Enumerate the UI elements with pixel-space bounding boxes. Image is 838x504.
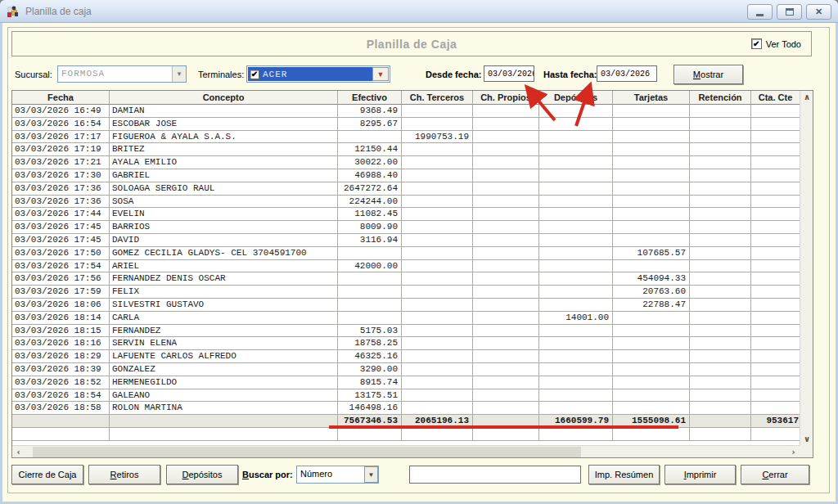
cell xyxy=(690,118,751,131)
page-title: Planilla de Caja xyxy=(12,38,811,51)
cell xyxy=(402,428,473,441)
cell xyxy=(473,428,539,441)
cell xyxy=(613,337,690,350)
cell: Fecha xyxy=(12,91,110,105)
table-row[interactable]: 03/03/2026 17:50GOMEZ CECILIA GLADYS- CE… xyxy=(12,247,800,260)
table-row[interactable]: 03/03/2026 18:16SERVIN ELENA18758.25 xyxy=(12,337,800,350)
cell xyxy=(402,118,473,131)
mostrar-button[interactable]: Mostrar xyxy=(674,65,743,84)
scroll-down-icon[interactable]: ∨ xyxy=(800,433,813,445)
cell xyxy=(473,415,539,428)
imp-resumen-button[interactable]: Imp. Resúmen xyxy=(588,465,660,484)
table-row[interactable]: 03/03/2026 17:19BRITEZ12150.44 xyxy=(12,143,800,156)
cell: 5175.03 xyxy=(338,325,402,338)
table-row[interactable]: 03/03/2026 16:54ESCOBAR JOSE8295.67 xyxy=(12,118,800,131)
cell xyxy=(539,182,613,196)
vertical-scrollbar[interactable]: ∧ ∨ xyxy=(800,91,813,445)
table-row[interactable]: 03/03/2026 17:30GABRIEL46988.40 xyxy=(12,169,800,182)
window-title: Planilla de caja xyxy=(25,6,92,17)
table-row[interactable]: 03/03/2026 18:39GONZALEZ3290.00 xyxy=(12,363,800,376)
cell xyxy=(690,402,751,415)
cell xyxy=(751,208,800,221)
header-panel: Planilla de Caja ✔ Ver Todo xyxy=(11,31,812,56)
cell: 03/03/2026 18:52 xyxy=(12,376,110,389)
table-row[interactable]: 03/03/2026 18:29LAFUENTE CARLOS ALFREDO4… xyxy=(12,350,800,363)
table-row[interactable]: 03/03/2026 18:54GALEANO13175.51 xyxy=(12,389,800,403)
scroll-left-icon[interactable]: ‹ xyxy=(12,446,25,458)
search-input[interactable] xyxy=(409,466,581,484)
cell xyxy=(539,325,613,338)
cell xyxy=(539,260,613,273)
horizontal-scrollbar[interactable]: ‹ › xyxy=(12,445,800,457)
table-row[interactable]: 03/03/2026 18:52HERMENEGILDO8915.74 xyxy=(12,376,800,389)
table-row[interactable]: 03/03/2026 17:21AYALA EMILIO30022.00 xyxy=(12,156,800,169)
cell xyxy=(751,169,800,182)
desde-fecha-input[interactable]: 03/03/2026 xyxy=(484,65,534,82)
table-row[interactable]: 03/03/2026 18:15FERNANDEZ5175.03 xyxy=(12,325,800,338)
maximize-button[interactable] xyxy=(777,4,802,20)
table-row[interactable]: 03/03/2026 17:56FERNANDEZ DENIS OSCAR454… xyxy=(12,272,800,286)
table-row[interactable]: 03/03/2026 17:45BARRIOS8009.90 xyxy=(12,221,800,234)
table-row[interactable]: 03/03/2026 17:36SOSA224244.00 xyxy=(12,196,800,209)
cell: 03/03/2026 17:17 xyxy=(12,131,110,144)
minimize-button[interactable] xyxy=(747,4,773,20)
cell: LAFUENTE CARLOS ALFREDO xyxy=(110,350,338,363)
cell xyxy=(473,312,539,325)
cell xyxy=(751,131,800,144)
cell xyxy=(613,169,690,182)
cell xyxy=(613,196,690,209)
minimize-icon xyxy=(756,14,764,16)
table-empty-row xyxy=(12,428,800,441)
checkbox-checked-icon[interactable]: ✔ xyxy=(250,70,259,79)
cell xyxy=(613,312,690,325)
scroll-up-icon[interactable]: ∧ xyxy=(800,91,813,103)
chevron-down-icon[interactable]: ▼ xyxy=(372,67,389,81)
cell: Concepto xyxy=(110,91,338,105)
scrollbar-corner xyxy=(800,445,813,457)
cell: SOSA xyxy=(110,196,338,209)
terminales-select[interactable]: ✔ ACER ▼ xyxy=(246,65,390,83)
table-totals-row: 7567346.532065196.131660599.791555098.61… xyxy=(12,415,800,428)
close-button[interactable]: ✕ xyxy=(806,4,831,20)
table-row[interactable]: 03/03/2026 17:36SOLOAGA SERGIO RAUL26472… xyxy=(12,182,800,196)
cell: 03/03/2026 18:16 xyxy=(12,337,110,350)
scrollbar-thumb[interactable] xyxy=(33,447,581,457)
depositos-button[interactable]: Depósitos xyxy=(166,465,238,484)
titlebar[interactable]: Planilla de caja ✕ xyxy=(0,0,838,23)
retiros-button[interactable]: Retiros xyxy=(88,465,160,484)
chevron-down-icon[interactable]: ▼ xyxy=(364,466,378,483)
cell xyxy=(473,337,539,350)
ver-todo-checkbox[interactable]: ✔ Ver Todo xyxy=(751,38,801,49)
hasta-fecha-input[interactable]: 03/03/2026 xyxy=(597,65,657,82)
buscar-por-select[interactable]: Número ▼ xyxy=(296,466,379,484)
table-row[interactable]: 03/03/2026 18:14CARLA14001.00 xyxy=(12,312,800,325)
cell xyxy=(613,376,690,389)
table-row[interactable]: 03/03/2026 18:58ROLON MARTINA146498.16 xyxy=(12,402,800,415)
cell xyxy=(402,105,473,118)
table-row[interactable]: 03/03/2026 17:44EVELIN11082.45 xyxy=(12,208,800,221)
cell xyxy=(613,402,690,415)
cell xyxy=(539,221,613,234)
hasta-fecha-label: Hasta fecha: xyxy=(543,70,597,79)
checkbox-checked-icon[interactable]: ✔ xyxy=(751,38,762,49)
cell xyxy=(613,325,690,338)
table-row[interactable]: 03/03/2026 17:17FIGUEROA & AYALA S.A.S.1… xyxy=(12,131,800,144)
cell xyxy=(539,350,613,363)
terminales-selected-item[interactable]: ✔ ACER xyxy=(248,67,372,81)
cell: BARRIOS xyxy=(110,221,338,234)
cierre-de-caja-button[interactable]: Cierre de Caja xyxy=(11,465,83,484)
cerrar-button[interactable]: Cerrar xyxy=(741,465,809,484)
table-row[interactable]: 03/03/2026 17:45DAVID3116.94 xyxy=(12,234,800,247)
table-row[interactable]: 03/03/2026 18:06SILVESTRI GUSTAVO22788.4… xyxy=(12,299,800,312)
sucursal-select[interactable]: FORMOSA ▼ xyxy=(57,65,187,83)
cell xyxy=(613,234,690,247)
scroll-right-icon[interactable]: › xyxy=(787,446,800,458)
chevron-down-icon[interactable]: ▼ xyxy=(172,66,186,82)
imprimir-button[interactable]: Imprimir xyxy=(665,465,736,484)
cell xyxy=(539,234,613,247)
table-row[interactable]: 03/03/2026 17:59FELIX20763.60 xyxy=(12,286,800,299)
table-row[interactable]: 03/03/2026 16:49DAMIAN9368.49 xyxy=(12,105,800,118)
cell xyxy=(402,286,473,299)
cell xyxy=(613,118,690,131)
table-row[interactable]: 03/03/2026 17:54ARIEL42000.00 xyxy=(12,260,800,273)
